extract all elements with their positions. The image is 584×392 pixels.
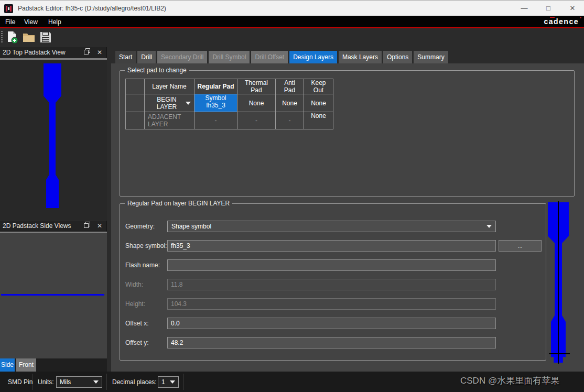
pad-side-crosshair xyxy=(549,353,570,354)
close-button[interactable]: ✕ xyxy=(562,1,583,16)
view-tabs-row: Side Front xyxy=(0,358,107,372)
col-regular-pad: Regular Pad xyxy=(194,79,237,94)
pad-table-header-row: Layer Name Regular Pad Thermal Pad Anti … xyxy=(126,79,333,94)
minimize-button[interactable]: — xyxy=(514,1,535,16)
window-title: Padstack Editor: fh35-c (D:/study/allegr… xyxy=(18,5,166,12)
status-divider xyxy=(183,374,184,390)
status-divider xyxy=(33,374,33,390)
app-icon xyxy=(4,4,13,13)
menu-view[interactable]: View xyxy=(21,17,41,27)
chevron-down-icon xyxy=(93,380,99,384)
status-divider xyxy=(106,374,107,390)
shape-symbol-label: Shape symbol: xyxy=(125,242,167,249)
tab-drill[interactable]: Drill xyxy=(137,51,156,63)
thermal-pad-cell[interactable]: None xyxy=(237,94,276,112)
decimal-places-label: Decimal places: xyxy=(112,378,157,386)
regular-pad-group-title: Regular Pad on layer BEGIN LAYER xyxy=(125,200,232,207)
side-view-canvas[interactable] xyxy=(0,233,107,358)
tab-options[interactable]: Options xyxy=(383,51,412,63)
keep-out-cell[interactable]: None xyxy=(304,94,333,112)
menu-file[interactable]: File xyxy=(2,17,18,27)
menu-help[interactable]: Help xyxy=(45,17,64,27)
tab-side[interactable]: Side xyxy=(0,358,15,372)
geometry-select[interactable]: Shape symbol xyxy=(167,221,496,232)
units-select[interactable]: Mils xyxy=(56,376,102,388)
design-layers-pane: Select pad to change Layer Name Regular … xyxy=(111,63,584,372)
tab-front[interactable]: Front xyxy=(16,358,36,372)
tab-drill-offset: Drill Offset xyxy=(251,51,288,63)
offset-x-label: Offset x: xyxy=(125,320,148,327)
anti-pad-cell: - xyxy=(276,112,304,129)
col-anti-pad: Anti Pad xyxy=(276,79,304,94)
table-row: BEGIN LAYER Symbol fh35_3 None None None xyxy=(126,94,333,112)
new-padstack-icon[interactable] xyxy=(5,30,19,44)
offset-y-input[interactable] xyxy=(167,337,496,349)
select-pad-group-title: Select pad to change xyxy=(125,67,189,74)
flash-name-input[interactable] xyxy=(167,259,496,271)
units-label: Units: xyxy=(38,378,54,386)
anti-pad-cell[interactable]: None xyxy=(276,94,304,112)
maximize-button[interactable]: □ xyxy=(538,1,559,16)
row-header-cell xyxy=(126,94,145,112)
save-icon[interactable] xyxy=(39,30,52,44)
browse-button[interactable]: ... xyxy=(499,240,542,252)
pad-shape-top-view xyxy=(44,63,61,208)
main-tab-strip: Start Drill Secondary Drill Drill Symbol… xyxy=(115,51,448,63)
chevron-down-icon xyxy=(486,225,492,228)
top-view-title: 2D Top Padstack View xyxy=(3,49,66,56)
pad-shape-side-line xyxy=(1,294,104,296)
csdn-watermark: CSDN @水果里面有苹果 xyxy=(460,375,581,387)
decimal-places-select[interactable]: 1 xyxy=(158,376,179,388)
tab-design-layers[interactable]: Design Layers xyxy=(289,51,337,63)
menu-bar: File View Help cadence xyxy=(0,16,584,27)
side-views-title: 2D Padstack Side Views xyxy=(3,222,71,230)
width-label: Width: xyxy=(125,281,143,288)
keep-out-cell[interactable]: None xyxy=(304,112,333,129)
thermal-pad-cell: - xyxy=(237,112,276,129)
tab-secondary-drill: Secondary Drill xyxy=(157,51,207,63)
float-panel-icon[interactable] xyxy=(83,221,91,232)
offset-y-label: Offset y: xyxy=(125,339,148,346)
begin-layer-select[interactable]: BEGIN LAYER xyxy=(145,94,194,112)
col-keep-out: Keep Out xyxy=(304,79,333,94)
toolbar-grip[interactable] xyxy=(1,31,3,43)
shape-symbol-input[interactable] xyxy=(167,240,496,252)
pad-side-centerline xyxy=(558,201,559,364)
close-panel-icon[interactable]: ✕ xyxy=(96,221,103,232)
geometry-label: Geometry: xyxy=(125,223,155,230)
pad-table: Layer Name Regular Pad Thermal Pad Anti … xyxy=(125,79,333,129)
padstack-editor-window: Padstack Editor: fh35-c (D:/study/allegr… xyxy=(0,0,584,392)
float-panel-icon[interactable] xyxy=(83,47,91,58)
height-label: Height: xyxy=(125,300,145,308)
tab-summary[interactable]: Summary xyxy=(414,51,448,63)
regular-pad-cell: - xyxy=(194,112,237,129)
adjacent-layer-cell: ADJACENT LAYER xyxy=(145,112,194,129)
col-layer-name: Layer Name xyxy=(145,79,194,94)
tab-start[interactable]: Start xyxy=(115,51,136,63)
row-header-column xyxy=(126,79,145,94)
row-header-cell xyxy=(126,112,145,129)
height-input xyxy=(167,298,496,310)
table-row: ADJACENT LAYER - - - None xyxy=(126,112,333,129)
chevron-down-icon xyxy=(186,102,191,105)
side-views-panel-header: 2D Padstack Side Views ✕ xyxy=(0,221,107,232)
offset-x-input[interactable] xyxy=(167,318,496,329)
close-panel-icon[interactable]: ✕ xyxy=(96,47,103,58)
regular-pad-cell-selected[interactable]: Symbol fh35_3 xyxy=(194,94,237,112)
open-icon[interactable] xyxy=(22,30,36,44)
width-input xyxy=(167,279,496,290)
top-padstack-canvas[interactable] xyxy=(0,60,107,220)
title-bar: Padstack Editor: fh35-c (D:/study/allegr… xyxy=(0,0,584,16)
cadence-logo: cadence xyxy=(544,17,579,26)
top-view-panel-header: 2D Top Padstack View ✕ xyxy=(0,47,107,58)
pin-type-status: SMD Pin xyxy=(8,378,33,386)
tab-mask-layers[interactable]: Mask Layers xyxy=(339,51,382,63)
regular-pad-groupbox: Regular Pad on layer BEGIN LAYER Geometr… xyxy=(120,203,546,361)
select-pad-groupbox: Select pad to change Layer Name Regular … xyxy=(120,70,575,197)
toolbar xyxy=(0,28,584,46)
flash-name-label: Flash name: xyxy=(125,262,160,269)
col-thermal-pad: Thermal Pad xyxy=(237,79,276,94)
tab-drill-symbol: Drill Symbol xyxy=(209,51,250,63)
chevron-down-icon xyxy=(170,380,175,384)
